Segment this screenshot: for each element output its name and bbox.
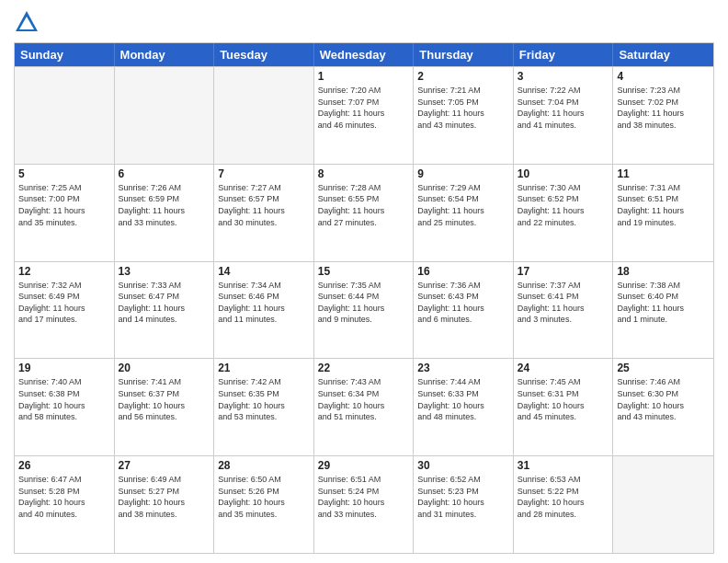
calendar-cell: 26Sunrise: 6:47 AM Sunset: 5:28 PM Dayli…: [15, 456, 115, 553]
calendar-cell: 30Sunrise: 6:52 AM Sunset: 5:23 PM Dayli…: [414, 456, 514, 553]
calendar-cell: [613, 456, 713, 553]
calendar-cell: 11Sunrise: 7:31 AM Sunset: 6:51 PM Dayli…: [613, 165, 713, 261]
day-info: Sunrise: 7:38 AM Sunset: 6:40 PM Dayligh…: [617, 280, 710, 326]
day-number: 8: [318, 167, 410, 180]
calendar-cell: [115, 67, 215, 164]
calendar-cell: 16Sunrise: 7:36 AM Sunset: 6:43 PM Dayli…: [414, 262, 514, 359]
day-info: Sunrise: 7:41 AM Sunset: 6:37 PM Dayligh…: [119, 376, 210, 422]
day-number: 4: [617, 70, 710, 83]
day-number: 12: [18, 265, 110, 278]
calendar-cell: 29Sunrise: 6:51 AM Sunset: 5:24 PM Dayli…: [314, 456, 415, 553]
calendar-cell: 28Sunrise: 6:50 AM Sunset: 5:26 PM Dayli…: [214, 456, 314, 553]
day-info: Sunrise: 7:36 AM Sunset: 6:43 PM Dayligh…: [417, 280, 509, 326]
day-info: Sunrise: 6:52 AM Sunset: 5:23 PM Dayligh…: [417, 474, 509, 520]
calendar-cell: [214, 67, 314, 164]
day-info: Sunrise: 6:47 AM Sunset: 5:28 PM Dayligh…: [18, 474, 110, 520]
day-number: 30: [417, 459, 509, 472]
day-number: 22: [318, 362, 410, 374]
calendar-row-3: 12Sunrise: 7:32 AM Sunset: 6:49 PM Dayli…: [15, 261, 713, 359]
day-info: Sunrise: 7:45 AM Sunset: 6:31 PM Dayligh…: [518, 376, 609, 422]
day-number: 18: [617, 265, 710, 278]
day-info: Sunrise: 7:20 AM Sunset: 7:07 PM Dayligh…: [318, 85, 410, 131]
calendar-cell: 5Sunrise: 7:25 AM Sunset: 7:00 PM Daylig…: [15, 165, 115, 261]
day-number: 20: [119, 362, 210, 374]
day-info: Sunrise: 7:43 AM Sunset: 6:34 PM Dayligh…: [318, 376, 410, 422]
calendar-cell: 20Sunrise: 7:41 AM Sunset: 6:37 PM Dayli…: [115, 359, 215, 455]
day-number: 3: [518, 70, 609, 83]
day-number: 27: [119, 459, 210, 472]
day-info: Sunrise: 7:25 AM Sunset: 7:00 PM Dayligh…: [18, 182, 110, 228]
day-info: Sunrise: 6:51 AM Sunset: 5:24 PM Dayligh…: [318, 474, 410, 520]
day-info: Sunrise: 7:46 AM Sunset: 6:30 PM Dayligh…: [617, 376, 710, 422]
day-number: 13: [119, 265, 210, 278]
day-number: 31: [518, 459, 609, 472]
day-number: 6: [119, 167, 210, 180]
day-info: Sunrise: 7:35 AM Sunset: 6:44 PM Dayligh…: [318, 280, 410, 326]
calendar-row-4: 19Sunrise: 7:40 AM Sunset: 6:38 PM Dayli…: [15, 358, 713, 455]
day-info: Sunrise: 7:30 AM Sunset: 6:52 PM Dayligh…: [518, 182, 609, 228]
day-number: 28: [218, 459, 310, 472]
calendar-cell: 8Sunrise: 7:28 AM Sunset: 6:55 PM Daylig…: [314, 165, 415, 261]
calendar-header-tuesday: Tuesday: [214, 43, 314, 66]
page: SundayMondayTuesdayWednesdayThursdayFrid…: [0, 0, 728, 563]
calendar-cell: 15Sunrise: 7:35 AM Sunset: 6:44 PM Dayli…: [314, 262, 415, 359]
calendar-cell: 4Sunrise: 7:23 AM Sunset: 7:02 PM Daylig…: [613, 67, 713, 164]
day-number: 21: [218, 362, 310, 374]
calendar-cell: 21Sunrise: 7:42 AM Sunset: 6:35 PM Dayli…: [214, 359, 314, 455]
day-info: Sunrise: 7:34 AM Sunset: 6:46 PM Dayligh…: [218, 280, 310, 326]
calendar-header-wednesday: Wednesday: [314, 43, 415, 66]
day-number: 23: [417, 362, 509, 374]
calendar-cell: 23Sunrise: 7:44 AM Sunset: 6:33 PM Dayli…: [414, 359, 514, 455]
day-info: Sunrise: 7:37 AM Sunset: 6:41 PM Dayligh…: [518, 280, 609, 326]
calendar-header-sunday: Sunday: [15, 43, 115, 66]
calendar-cell: 6Sunrise: 7:26 AM Sunset: 6:59 PM Daylig…: [115, 165, 215, 261]
calendar-cell: 31Sunrise: 6:53 AM Sunset: 5:22 PM Dayli…: [514, 456, 614, 553]
calendar-cell: 13Sunrise: 7:33 AM Sunset: 6:47 PM Dayli…: [115, 262, 215, 359]
day-info: Sunrise: 7:26 AM Sunset: 6:59 PM Dayligh…: [119, 182, 210, 228]
day-info: Sunrise: 7:40 AM Sunset: 6:38 PM Dayligh…: [18, 376, 110, 422]
day-number: 24: [518, 362, 609, 374]
day-number: 17: [518, 265, 609, 278]
day-info: Sunrise: 7:29 AM Sunset: 6:54 PM Dayligh…: [417, 182, 509, 228]
day-info: Sunrise: 7:22 AM Sunset: 7:04 PM Dayligh…: [518, 85, 609, 131]
day-info: Sunrise: 7:33 AM Sunset: 6:47 PM Dayligh…: [119, 280, 210, 326]
day-number: 25: [617, 362, 710, 374]
day-number: 2: [417, 70, 509, 83]
day-number: 29: [318, 459, 410, 472]
calendar-cell: 7Sunrise: 7:27 AM Sunset: 6:57 PM Daylig…: [214, 165, 314, 261]
day-number: 10: [518, 167, 609, 180]
calendar-row-5: 26Sunrise: 6:47 AM Sunset: 5:28 PM Dayli…: [15, 455, 713, 553]
calendar-cell: 18Sunrise: 7:38 AM Sunset: 6:40 PM Dayli…: [613, 262, 713, 359]
day-info: Sunrise: 7:32 AM Sunset: 6:49 PM Dayligh…: [18, 280, 110, 326]
day-number: 1: [318, 70, 410, 83]
calendar-cell: 22Sunrise: 7:43 AM Sunset: 6:34 PM Dayli…: [314, 359, 415, 455]
logo: [14, 9, 43, 35]
day-number: 26: [18, 459, 110, 472]
calendar: SundayMondayTuesdayWednesdayThursdayFrid…: [14, 42, 714, 554]
calendar-cell: 9Sunrise: 7:29 AM Sunset: 6:54 PM Daylig…: [414, 165, 514, 261]
day-info: Sunrise: 7:23 AM Sunset: 7:02 PM Dayligh…: [617, 85, 710, 131]
calendar-header-saturday: Saturday: [613, 43, 713, 66]
day-info: Sunrise: 7:27 AM Sunset: 6:57 PM Dayligh…: [218, 182, 310, 228]
day-number: 16: [417, 265, 509, 278]
calendar-cell: 19Sunrise: 7:40 AM Sunset: 6:38 PM Dayli…: [15, 359, 115, 455]
day-info: Sunrise: 6:49 AM Sunset: 5:27 PM Dayligh…: [119, 474, 210, 520]
day-info: Sunrise: 6:53 AM Sunset: 5:22 PM Dayligh…: [518, 474, 609, 520]
calendar-cell: 3Sunrise: 7:22 AM Sunset: 7:04 PM Daylig…: [514, 67, 614, 164]
calendar-cell: [15, 67, 115, 164]
calendar-cell: 27Sunrise: 6:49 AM Sunset: 5:27 PM Dayli…: [115, 456, 215, 553]
day-info: Sunrise: 7:44 AM Sunset: 6:33 PM Dayligh…: [417, 376, 509, 422]
calendar-cell: 2Sunrise: 7:21 AM Sunset: 7:05 PM Daylig…: [414, 67, 514, 164]
day-number: 5: [18, 167, 110, 180]
day-info: Sunrise: 7:31 AM Sunset: 6:51 PM Dayligh…: [617, 182, 710, 228]
calendar-header-friday: Friday: [514, 43, 614, 66]
day-info: Sunrise: 7:42 AM Sunset: 6:35 PM Dayligh…: [218, 376, 310, 422]
day-info: Sunrise: 7:28 AM Sunset: 6:55 PM Dayligh…: [318, 182, 410, 228]
day-info: Sunrise: 7:21 AM Sunset: 7:05 PM Dayligh…: [417, 85, 509, 131]
calendar-cell: 17Sunrise: 7:37 AM Sunset: 6:41 PM Dayli…: [514, 262, 614, 359]
logo-icon: [14, 9, 40, 35]
calendar-row-1: 1Sunrise: 7:20 AM Sunset: 7:07 PM Daylig…: [15, 66, 713, 164]
day-info: Sunrise: 6:50 AM Sunset: 5:26 PM Dayligh…: [218, 474, 310, 520]
calendar-header-row: SundayMondayTuesdayWednesdayThursdayFrid…: [15, 43, 713, 66]
calendar-header-monday: Monday: [115, 43, 215, 66]
